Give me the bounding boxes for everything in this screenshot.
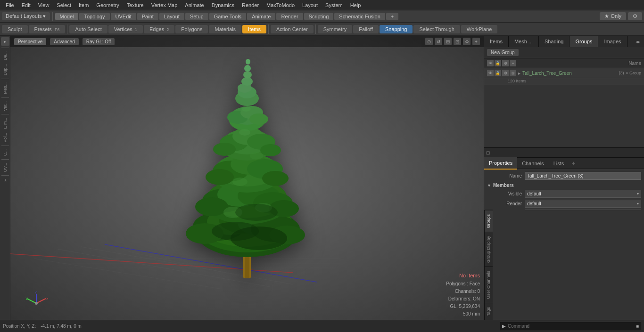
command-end-btn[interactable]: ■ <box>634 324 641 329</box>
tab-layout[interactable]: Layout <box>159 13 184 20</box>
tab-game-tools[interactable]: Game Tools <box>209 13 247 20</box>
svg-point-27 <box>195 197 228 216</box>
vert-tab-group-display[interactable]: Group Display <box>485 232 493 267</box>
menu-system[interactable]: System <box>322 1 347 9</box>
menu-edit[interactable]: Edit <box>18 1 34 9</box>
action-center-btn[interactable]: Action Center <box>271 25 314 33</box>
menu-help[interactable]: Help <box>347 1 365 9</box>
menu-file[interactable]: File <box>2 1 18 9</box>
star-only-btn[interactable]: ★ Only <box>600 12 626 20</box>
svg-point-42 <box>260 144 281 156</box>
group-row-eye[interactable]: 👁 <box>487 70 494 76</box>
group-lock-icon[interactable]: 🔒 <box>495 60 501 66</box>
tab-groups[interactable]: Groups <box>570 36 598 47</box>
props-panel-header: ⊡ <box>484 147 644 158</box>
materials-btn[interactable]: Materials <box>209 25 241 33</box>
falloff-btn[interactable]: Falloff <box>353 25 379 33</box>
viewport-header: Perspective Advanced Ray GL: Off ⊙ ↺ ⊞ ⊡… <box>10 36 484 47</box>
svg-point-62 <box>212 221 259 240</box>
props-tab-channels[interactable]: Channels <box>517 158 548 169</box>
tab-scripting[interactable]: Scripting <box>304 13 334 20</box>
menu-dynamics[interactable]: Dynamics <box>208 1 238 9</box>
group-row-settings[interactable]: ⚙ <box>502 70 509 76</box>
perspective-btn[interactable]: Perspective <box>14 38 46 45</box>
tab-schematic[interactable]: Schematic Fusion <box>334 13 385 20</box>
vert-tab-user-channels[interactable]: User Channels <box>485 267 493 303</box>
groups-icons-row: 👁 🔒 ⚙ + Name <box>484 58 644 68</box>
viewport-icon-settings[interactable]: ⚙ <box>463 38 471 45</box>
tab-images[interactable]: Images <box>598 36 627 47</box>
visible-select[interactable]: default ▾ <box>525 190 641 198</box>
tab-topology[interactable]: Topology <box>79 13 109 20</box>
polygons-btn[interactable]: Polygons <box>175 25 208 33</box>
group-plus-icon[interactable]: + <box>510 60 516 66</box>
gear-btn[interactable]: ⚙ <box>628 12 642 20</box>
right-panel-tabs: Items Mesh ... Shading Groups Images ◂▸ <box>484 36 644 47</box>
ray-gl-btn[interactable]: Ray GL: Off <box>83 38 115 45</box>
viewport-icon-refresh[interactable]: ↺ <box>435 38 442 45</box>
vertices-btn[interactable]: Vertices 1 <box>108 25 143 33</box>
group-eye-icon[interactable]: 👁 <box>487 60 494 66</box>
tab-mesh[interactable]: Mesh ... <box>509 36 539 47</box>
tab-setup[interactable]: Setup <box>185 13 208 20</box>
props-tab-lists[interactable]: Lists <box>549 158 569 169</box>
sidebar-label-mesh: Mes... <box>3 82 8 94</box>
presets-btn[interactable]: Presets F6 <box>29 25 66 33</box>
props-tab-plus[interactable]: + <box>569 158 578 169</box>
layouts-dropdown[interactable]: Default Layouts ▾ <box>2 12 50 20</box>
menu-render[interactable]: Render <box>238 1 263 9</box>
auto-select-btn[interactable]: Auto Select <box>69 25 107 33</box>
group-settings-icon[interactable]: ⚙ <box>502 60 509 66</box>
group-row-extra[interactable]: ⊞ <box>510 70 516 76</box>
menu-vertex-map[interactable]: Vertex Map <box>148 1 182 9</box>
render-row: Render default ▾ <box>487 200 641 208</box>
select-through-btn[interactable]: Select Through <box>413 25 460 33</box>
command-input[interactable] <box>508 324 634 329</box>
viewport-icon-cam[interactable]: ⊙ <box>425 38 433 45</box>
sidebar-btn-top[interactable]: ▸ <box>1 37 9 46</box>
tab-plus[interactable]: + <box>386 13 398 20</box>
menu-animate[interactable]: Animate <box>181 1 207 9</box>
group-row[interactable]: 👁 🔒 ⚙ ⊞ ▸ Tall_Larch_Tree_Green (3) » Gr… <box>484 68 644 78</box>
tab-model[interactable]: Model <box>55 13 79 20</box>
sculpt-btn[interactable]: Sculpt <box>2 25 28 33</box>
symmetry-btn[interactable]: Symmetry <box>318 25 353 33</box>
name-label: Name <box>487 173 525 178</box>
menu-item[interactable]: Item <box>75 1 92 9</box>
expand-panel-btn[interactable]: ◂▸ <box>634 39 642 44</box>
tab-animate[interactable]: Animate <box>247 13 275 20</box>
tab-shading[interactable]: Shading <box>539 36 570 47</box>
visible-label: Visible <box>487 191 525 196</box>
props-content: Name ▼ Members Visible default ▾ <box>484 169 644 210</box>
name-input[interactable] <box>525 172 641 180</box>
properties-panel: ⊡ Properties Channels Lists + Name ▼ Mem… <box>484 147 644 210</box>
tab-paint[interactable]: Paint <box>137 13 158 20</box>
render-select[interactable]: default ▾ <box>525 200 641 208</box>
props-tab-properties[interactable]: Properties <box>484 157 517 170</box>
viewport[interactable]: X Y Z Perspective Advanced Ray GL: Off ⊙… <box>10 36 484 320</box>
menu-layout[interactable]: Layout <box>298 1 322 9</box>
vert-tab-groups[interactable]: Groups <box>485 210 493 232</box>
advanced-btn[interactable]: Advanced <box>50 38 78 45</box>
vert-tab-tags[interactable]: Tags <box>485 303 493 320</box>
viewport-icon-expand[interactable]: ⊡ <box>454 38 461 45</box>
menu-geometry[interactable]: Geometry <box>92 1 123 9</box>
menu-view[interactable]: View <box>34 1 53 9</box>
menu-select[interactable]: Select <box>53 1 75 9</box>
group-row-lock[interactable]: 🔒 <box>495 70 501 76</box>
viewport-icon-view[interactable]: ⊞ <box>444 38 452 45</box>
workplane-btn[interactable]: WorkPlane <box>461 25 498 33</box>
edges-btn[interactable]: Edges 2 <box>144 25 174 33</box>
menu-maxtomodo[interactable]: MaxToModo <box>263 1 298 9</box>
new-group-btn[interactable]: New Group <box>487 49 519 56</box>
render-arrow: ▾ <box>637 202 639 206</box>
tab-render[interactable]: Render <box>276 13 303 20</box>
props-expand-icon[interactable]: ⊡ <box>484 150 492 155</box>
menu-texture[interactable]: Texture <box>123 1 148 9</box>
tab-uvedit[interactable]: UVEdit <box>111 13 136 20</box>
viewport-icon-plus[interactable]: + <box>472 38 480 45</box>
snapping-btn[interactable]: Snapping <box>380 25 413 33</box>
members-section[interactable]: ▼ Members <box>487 183 641 188</box>
tab-items[interactable]: Items <box>484 36 509 47</box>
items-btn[interactable]: Items <box>242 25 266 33</box>
